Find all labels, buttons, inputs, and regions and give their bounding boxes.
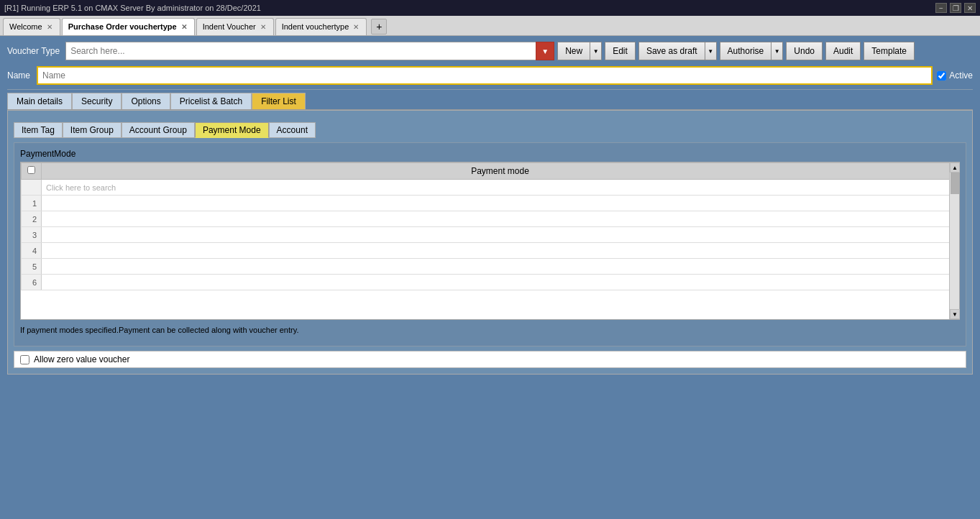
save-draft-button[interactable]: Save as draft (638, 42, 705, 60)
table-row[interactable]: 4 (22, 243, 959, 259)
tab-filter-list[interactable]: Filter List (252, 93, 306, 109)
tab-indent-vouchertype-label: Indent vouchertype (282, 22, 349, 31)
toolbar-row: Voucher Type ▼ New ▼ Edit Save as draft … (7, 42, 973, 60)
tab-pricelist-batch[interactable]: Pricelist & Batch (170, 93, 252, 109)
tab-welcome-label: Welcome (9, 22, 42, 31)
tab-indent-vouchertype-close[interactable]: ✕ (352, 22, 360, 31)
table-header-payment-mode: Payment mode (42, 163, 959, 180)
add-tab-button[interactable]: + (371, 19, 387, 35)
tab-indent-voucher[interactable]: Indent Voucher ✕ (196, 18, 274, 35)
content-panel: Item Tag Item Group Account Group Paymen… (7, 110, 973, 375)
table-header-check (22, 163, 42, 180)
inner-tab-payment-mode-label: Payment Mode (203, 125, 261, 135)
close-button[interactable]: ✕ (964, 3, 976, 13)
payment-mode-table-container: Payment mode Click here to search 1 (20, 162, 960, 320)
inner-tab-account[interactable]: Account (269, 122, 316, 138)
window-controls: − ❐ ✕ (935, 3, 976, 13)
zero-value-label: Allow zero value voucher (34, 354, 129, 364)
vertical-scrollbar[interactable]: ▲ ▼ (949, 162, 959, 319)
tab-options[interactable]: Options (122, 93, 170, 109)
scroll-down-button[interactable]: ▼ (950, 309, 960, 319)
active-container: Active (937, 70, 973, 81)
payment-mode-section: PaymentMode Payment mode (14, 142, 966, 346)
placeholder-cell[interactable]: Click here to search (42, 180, 959, 196)
new-button[interactable]: New (557, 42, 590, 60)
tab-pricelist-batch-label: Pricelist & Batch (180, 96, 242, 106)
save-draft-split-arrow[interactable]: ▼ (705, 42, 717, 60)
inner-tab-item-group[interactable]: Item Group (63, 122, 122, 138)
restore-button[interactable]: ❐ (950, 3, 961, 13)
tab-purchase-order-label: Purchase Order vouchertype (68, 22, 177, 31)
inner-tab-item-group-label: Item Group (70, 125, 114, 135)
tab-filter-list-label: Filter List (261, 96, 296, 106)
authorise-button[interactable]: Authorise (720, 42, 772, 60)
inner-tab-account-group-label: Account Group (129, 125, 187, 135)
zero-value-checkbox[interactable] (20, 355, 29, 364)
search-container: ▼ (65, 42, 554, 60)
table-select-all-checkbox[interactable] (27, 166, 35, 174)
authorise-button-group: Authorise ▼ (720, 42, 784, 60)
table-row[interactable]: 1 (22, 196, 959, 211)
payment-mode-label: PaymentMode (20, 149, 960, 159)
tab-indent-voucher-label: Indent Voucher (203, 22, 256, 31)
tab-security-label: Security (81, 96, 112, 106)
search-dropdown-button[interactable]: ▼ (536, 42, 554, 60)
payment-mode-table: Payment mode Click here to search 1 (21, 162, 959, 290)
main-content: Voucher Type ▼ New ▼ Edit Save as draft … (0, 36, 980, 519)
section-tabs: Main details Security Options Pricelist … (7, 93, 973, 110)
tab-options-label: Options (131, 96, 160, 106)
scroll-up-button[interactable]: ▲ (950, 162, 960, 173)
scroll-track (950, 173, 959, 309)
payment-info-text: If payment modes specified.Payment can b… (20, 324, 960, 336)
tab-security[interactable]: Security (72, 93, 122, 109)
inner-tab-item-tag-label: Item Tag (22, 125, 55, 135)
title-text: [R1] Running ERP 5.1 on CMAX Server By a… (4, 4, 261, 12)
new-split-arrow[interactable]: ▼ (590, 42, 602, 60)
inner-tab-account-label: Account (277, 125, 308, 135)
title-bar: [R1] Running ERP 5.1 on CMAX Server By a… (0, 0, 980, 16)
inner-tab-item-tag[interactable]: Item Tag (14, 122, 63, 138)
table-row[interactable]: 5 (22, 259, 959, 275)
name-input[interactable] (37, 66, 933, 85)
tab-welcome[interactable]: Welcome ✕ (3, 18, 60, 35)
table-row[interactable]: 2 (22, 211, 959, 227)
tab-purchase-order-close[interactable]: ✕ (180, 22, 188, 31)
save-draft-button-group: Save as draft ▼ (638, 42, 717, 60)
search-input[interactable] (65, 42, 554, 60)
inner-tab-payment-mode[interactable]: Payment Mode (195, 122, 269, 138)
tab-main-details[interactable]: Main details (7, 93, 72, 109)
template-button[interactable]: Template (864, 42, 915, 60)
table-row-placeholder[interactable]: Click here to search (22, 180, 959, 196)
active-checkbox[interactable] (937, 71, 946, 81)
tab-welcome-close[interactable]: ✕ (45, 22, 54, 31)
divider (7, 89, 973, 90)
inner-tabs: Item Tag Item Group Account Group Paymen… (14, 122, 966, 138)
name-row: Name Active (7, 66, 973, 85)
new-button-group: New ▼ (557, 42, 602, 60)
dropdown-arrow-icon: ▼ (541, 47, 549, 55)
edit-button[interactable]: Edit (605, 42, 636, 60)
tab-bar: Welcome ✕ Purchase Order vouchertype ✕ I… (0, 16, 980, 36)
inner-tab-account-group[interactable]: Account Group (122, 122, 195, 138)
table-row[interactable]: 6 (22, 275, 959, 290)
scroll-thumb[interactable] (951, 173, 959, 194)
undo-button[interactable]: Undo (786, 42, 823, 60)
tab-indent-voucher-close[interactable]: ✕ (259, 22, 267, 31)
tab-purchase-order[interactable]: Purchase Order vouchertype ✕ (62, 18, 195, 35)
tab-main-details-label: Main details (17, 96, 63, 106)
audit-button[interactable]: Audit (825, 42, 861, 60)
authorise-split-arrow[interactable]: ▼ (771, 42, 783, 60)
table-row[interactable]: 3 (22, 227, 959, 243)
name-label: Name (7, 70, 32, 81)
tab-indent-vouchertype[interactable]: Indent vouchertype ✕ (275, 18, 367, 35)
active-label: Active (949, 70, 973, 81)
zero-value-row: Allow zero value voucher (14, 351, 966, 368)
minimize-button[interactable]: − (935, 3, 947, 13)
voucher-type-label: Voucher Type (7, 46, 60, 56)
